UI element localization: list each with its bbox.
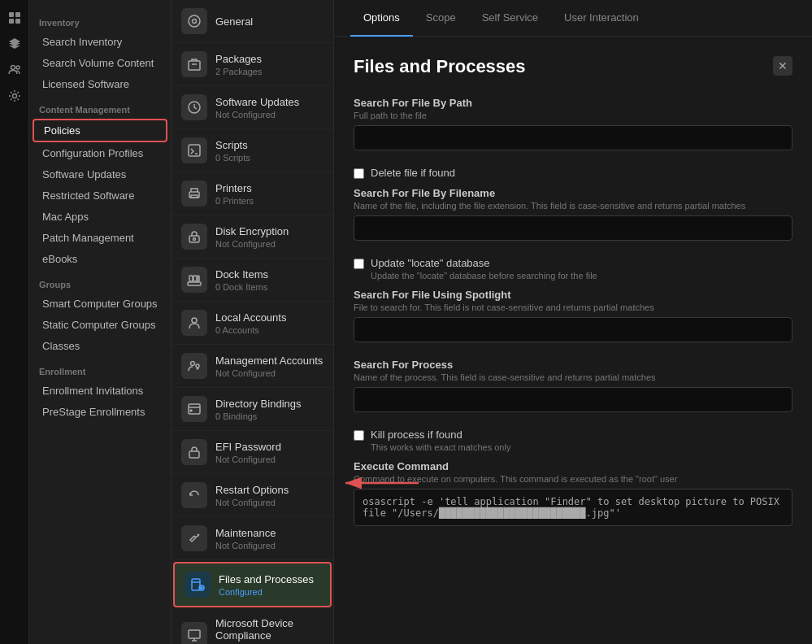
sidebar-item-prestage-enrollments[interactable]: PreStage Enrollments (33, 402, 167, 422)
content-management-title: Content Management (29, 95, 171, 118)
scripts-icon (181, 137, 207, 163)
kill-process-sublabel: This works with exact matches only (371, 442, 510, 452)
middle-item-disk-encryption[interactable]: Disk Encryption Not Configured (172, 215, 333, 259)
sidebar-item-static-groups[interactable]: Static Computer Groups (33, 315, 167, 335)
sidebar-item-patch-management[interactable]: Patch Management (33, 228, 167, 248)
sidebar-item-search-inventory[interactable]: Search Inventory (33, 32, 167, 52)
update-locate-checkbox-row: Update "locate" database Update the "loc… (354, 257, 792, 281)
middle-item-local-accounts[interactable]: Local Accounts 0 Accounts (172, 302, 333, 345)
svg-rect-0 (9, 12, 14, 17)
search-for-process-section: Search For Process Name of the process. … (354, 359, 792, 412)
content-header: Files and Processes ✕ (354, 56, 792, 77)
middle-item-general[interactable]: General (172, 0, 333, 43)
search-by-spotlight-section: Search For File Using Spotlight File to … (354, 289, 792, 342)
sidebar: Inventory Search Inventory Search Volume… (29, 0, 172, 644)
enrollment-title: Enrollment (29, 357, 171, 380)
groups-title: Groups (29, 270, 171, 293)
middle-item-dock-items[interactable]: Dock Items 0 Dock Items (172, 259, 333, 302)
sidebar-item-software-updates[interactable]: Software Updates (33, 164, 167, 185)
settings-icon[interactable] (3, 85, 26, 107)
users-icon[interactable] (3, 59, 26, 81)
svg-rect-11 (189, 145, 200, 156)
restart-options-icon (181, 482, 207, 508)
middle-item-sw-subtitle: Not Configured (215, 110, 299, 120)
middle-item-fp-title: Files and Processes (219, 573, 314, 585)
search-by-spotlight-input[interactable] (354, 317, 792, 342)
middle-item-software-updates[interactable]: Software Updates Not Configured (172, 86, 333, 129)
middle-item-printers-subtitle: 0 Printers (215, 196, 254, 206)
svg-rect-2 (9, 19, 14, 24)
packages-icon (181, 51, 207, 77)
sidebar-item-enrollment-invitations[interactable]: Enrollment Invitations (33, 381, 167, 401)
middle-item-maintenance[interactable]: Maintenance Not Configured (172, 517, 333, 560)
tab-self-service[interactable]: Self Service (469, 0, 551, 37)
sidebar-item-ebooks[interactable]: eBooks (33, 249, 167, 269)
layers-icon[interactable] (3, 33, 26, 55)
tab-options[interactable]: Options (350, 0, 413, 37)
local-accounts-icon (181, 310, 207, 336)
middle-item-ro-title: Restart Options (215, 484, 289, 496)
svg-point-22 (196, 364, 199, 368)
close-button[interactable]: ✕ (773, 56, 792, 76)
search-by-filename-input[interactable] (354, 215, 792, 241)
sidebar-item-config-profiles[interactable]: Configuration Profiles (33, 143, 167, 163)
middle-item-directory-bindings[interactable]: Directory Bindings 0 Bindings (172, 388, 333, 431)
middle-item-sw-title: Software Updates (215, 96, 299, 108)
sidebar-item-smart-groups[interactable]: Smart Computer Groups (33, 294, 167, 314)
middle-item-db-title: Directory Bindings (215, 398, 302, 410)
kill-process-label: Kill process if found (371, 429, 510, 441)
search-for-process-label: Search For Process (354, 359, 792, 371)
search-by-path-input[interactable] (354, 125, 792, 150)
sidebar-item-search-volume[interactable]: Search Volume Content (33, 53, 167, 73)
svg-rect-23 (189, 404, 200, 414)
middle-item-de-title: Disk Encryption (215, 225, 289, 237)
inventory-section-title: Inventory (29, 8, 171, 31)
middle-item-packages[interactable]: Packages 2 Packages (172, 43, 333, 86)
svg-rect-17 (189, 276, 193, 281)
sidebar-item-licensed-software[interactable]: Licensed Software (33, 74, 167, 94)
icon-bar (0, 0, 29, 644)
kill-process-checkbox-row: Kill process if found This works with ex… (354, 429, 792, 452)
main-content: Options Scope Self Service User Interact… (334, 0, 812, 644)
svg-point-20 (192, 318, 197, 323)
middle-item-printers[interactable]: Printers 0 Printers (172, 172, 333, 215)
sidebar-item-policies[interactable]: Policies (33, 119, 167, 142)
delete-file-checkbox[interactable] (354, 168, 364, 179)
middle-item-efi-password[interactable]: EFI Password Not Configured (172, 431, 333, 474)
middle-item-restart-options[interactable]: Restart Options Not Configured (172, 474, 333, 517)
middle-item-files-and-processes[interactable]: Files and Processes Configured (173, 562, 332, 607)
svg-rect-28 (189, 630, 200, 638)
efi-password-icon (181, 439, 207, 465)
svg-rect-1 (15, 12, 20, 17)
grid-icon[interactable] (3, 7, 26, 29)
middle-item-mdc-title: Microsoft Device Compliance (215, 617, 323, 642)
middle-item-scripts[interactable]: Scripts 0 Scripts (172, 129, 333, 172)
search-for-process-input[interactable] (354, 387, 792, 412)
directory-bindings-icon (181, 396, 207, 422)
middle-item-packages-title: Packages (215, 53, 262, 65)
management-accounts-icon (181, 353, 207, 379)
search-by-filename-label: Search For File By Filename (354, 187, 792, 199)
svg-point-21 (191, 362, 195, 366)
middle-item-ro-subtitle: Not Configured (215, 498, 289, 507)
middle-item-management-accounts[interactable]: Management Accounts Not Configured (172, 345, 333, 388)
middle-item-microsoft-device[interactable]: Microsoft Device Compliance Not Configur… (172, 609, 333, 644)
sidebar-item-mac-apps[interactable]: Mac Apps (33, 207, 167, 227)
tab-user-interaction[interactable]: User Interaction (551, 0, 652, 37)
sidebar-item-classes[interactable]: Classes (33, 336, 167, 356)
tab-scope[interactable]: Scope (413, 0, 469, 37)
middle-item-dock-title: Dock Items (215, 268, 268, 281)
update-locate-sublabel: Update the "locate" database before sear… (371, 271, 597, 281)
svg-point-15 (193, 238, 196, 241)
printers-icon (181, 181, 207, 207)
search-by-spotlight-sublabel: File to search for. This field is not ca… (354, 302, 792, 312)
delete-file-checkbox-row: Delete file if found (354, 167, 792, 179)
svg-rect-16 (188, 282, 201, 285)
middle-item-db-subtitle: 0 Bindings (215, 411, 302, 421)
update-locate-checkbox[interactable] (354, 259, 364, 269)
middle-item-efi-subtitle: Not Configured (215, 455, 281, 464)
kill-process-checkbox[interactable] (354, 430, 364, 441)
files-and-processes-icon (185, 572, 211, 598)
sidebar-item-restricted-software[interactable]: Restricted Software (33, 185, 167, 206)
svg-point-4 (11, 66, 15, 70)
